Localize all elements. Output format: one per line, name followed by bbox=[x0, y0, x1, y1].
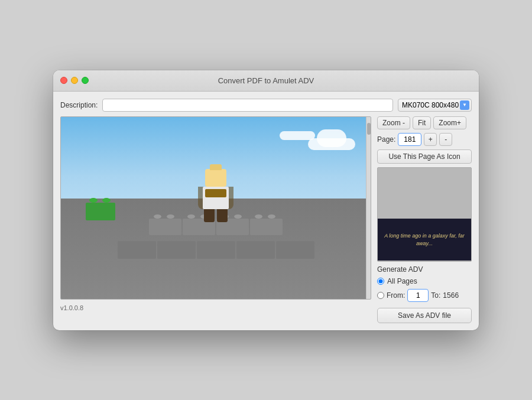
window-content: Description: MK070C 800x480 bbox=[53, 92, 479, 330]
green-lego-brick bbox=[86, 203, 115, 220]
right-panel: Zoom - Fit Zoom+ Page: + - Use This Page… bbox=[377, 116, 472, 323]
scrollbar-thumb[interactable] bbox=[367, 123, 371, 135]
lego-figure bbox=[203, 169, 229, 222]
save-adv-button[interactable]: Save As ADV file bbox=[377, 308, 472, 323]
page-number-input[interactable] bbox=[398, 133, 421, 146]
close-button[interactable] bbox=[60, 77, 67, 84]
generate-adv-label: Generate ADV bbox=[377, 265, 472, 274]
from-to-radio[interactable] bbox=[377, 292, 384, 299]
zoom-fit-button[interactable]: Fit bbox=[413, 116, 431, 129]
maximize-button[interactable] bbox=[82, 77, 89, 84]
cloud-2 bbox=[280, 131, 315, 140]
from-to-radio-row: From: To: 1566 bbox=[377, 289, 472, 302]
device-select[interactable]: MK070C 800x480 bbox=[398, 99, 472, 112]
scrollbar-track[interactable] bbox=[366, 117, 371, 299]
version-label: v1.0.0.8 bbox=[60, 304, 371, 311]
from-input[interactable] bbox=[407, 289, 429, 302]
all-pages-radio-row: All Pages bbox=[377, 277, 472, 285]
description-input[interactable] bbox=[102, 99, 393, 112]
figure-cape bbox=[198, 187, 233, 209]
page-controls: Page: + - bbox=[377, 133, 472, 146]
top-row: Description: MK070C 800x480 bbox=[60, 99, 472, 112]
description-label: Description: bbox=[60, 101, 98, 109]
gray-brick2-1 bbox=[118, 241, 156, 259]
to-value: 1566 bbox=[443, 291, 459, 300]
page-label: Page: bbox=[377, 135, 395, 144]
figure-leg-right bbox=[217, 209, 228, 222]
main-area: v1.0.0.8 Zoom - Fit Zoom+ Page: + - bbox=[60, 116, 472, 323]
titlebar: Convert PDF to Amulet ADV bbox=[53, 70, 479, 92]
figure-head bbox=[205, 169, 226, 187]
gray-brick2-4 bbox=[236, 241, 275, 259]
figure-leg-left bbox=[204, 209, 215, 222]
icon-preview-bottom: A long time ago in a galaxy far, far awa… bbox=[378, 219, 471, 261]
lego-scene bbox=[61, 117, 371, 299]
gray-brick-1 bbox=[149, 219, 181, 235]
app-window: Convert PDF to Amulet ADV Description: M… bbox=[53, 70, 479, 330]
icon-preview: A long time ago in a galaxy far, far awa… bbox=[377, 167, 472, 262]
pdf-preview bbox=[60, 116, 371, 300]
gray-brick2-2 bbox=[157, 241, 196, 259]
cloud-1 bbox=[308, 138, 355, 150]
zoom-plus-button[interactable]: Zoom+ bbox=[433, 116, 466, 129]
icon-preview-text: A long time ago in a galaxy far, far awa… bbox=[378, 230, 471, 249]
page-plus-button[interactable]: + bbox=[424, 133, 437, 146]
preview-area: v1.0.0.8 bbox=[60, 116, 371, 323]
gray-brick2-3 bbox=[197, 241, 235, 259]
page-minus-button[interactable]: - bbox=[439, 133, 452, 146]
all-pages-label: All Pages bbox=[387, 277, 417, 285]
from-label: From: bbox=[387, 291, 405, 300]
figure-body bbox=[203, 187, 229, 209]
icon-preview-top bbox=[378, 168, 471, 219]
device-select-wrapper: MK070C 800x480 bbox=[398, 99, 472, 112]
window-title: Convert PDF to Amulet ADV bbox=[218, 76, 314, 85]
brick-row-2 bbox=[61, 241, 371, 259]
zoom-controls: Zoom - Fit Zoom+ bbox=[377, 116, 472, 129]
gray-brick2-5 bbox=[276, 241, 314, 259]
all-pages-radio[interactable] bbox=[377, 278, 384, 285]
gray-brick-4 bbox=[250, 219, 283, 235]
to-label: To: bbox=[431, 291, 440, 300]
figure-legs bbox=[203, 209, 229, 222]
traffic-lights bbox=[60, 77, 89, 84]
zoom-minus-button[interactable]: Zoom - bbox=[377, 116, 410, 129]
use-page-as-icon-button[interactable]: Use This Page As Icon bbox=[377, 149, 472, 164]
minimize-button[interactable] bbox=[71, 77, 78, 84]
